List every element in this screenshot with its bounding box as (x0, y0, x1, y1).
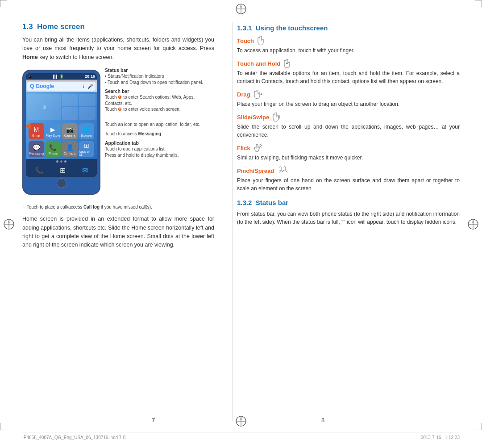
footer-date-time: 2013-7-16 1:12:23 (421, 435, 460, 440)
corner-mark-bl (0, 423, 7, 430)
annotation-status-bar-bullet2: • Touch and Drag down to open notificati… (105, 80, 214, 86)
nav-dot-2 (60, 160, 62, 163)
phone-apps-row-1: M Gmail ▶ Play Store 📷 Camera (27, 121, 96, 140)
phone-home-row (26, 177, 97, 189)
annotation-messaging-text: Touch to access Messaging (105, 131, 214, 137)
compass-top (234, 2, 248, 16)
status-bar-description: From status bar, you can view both phone… (237, 210, 460, 226)
gesture-slide-swipe: Slide/Swipe Slide the screen to scroll u… (237, 113, 460, 139)
nav-grid-btn: ⊞ (60, 166, 66, 175)
app-apps-on-st: ⊞ Apps on St. (79, 141, 95, 157)
app-browser: 🌐 Browser (79, 123, 95, 139)
corner-mark-tl (0, 0, 7, 7)
phone-apps-row-2: 💬 Messaging 📞 Phone 👤 Contacts (27, 140, 96, 158)
svg-point-16 (286, 63, 288, 64)
nav-dot-1 (56, 160, 58, 163)
phone-search-bar: Q Google ℹ 🎤 (27, 82, 96, 91)
compass-left (2, 217, 16, 231)
gesture-touch-hold-title: Touch and Hold (237, 59, 460, 68)
gesture-drag: Drag Place your finger on the screen to … (237, 90, 460, 108)
gesture-touch: Touch To access an application, touch it… (237, 36, 460, 54)
main-content: 1.3 Home screen You can bring all the it… (22, 22, 460, 421)
phone-status-icon: 📱 (28, 75, 32, 79)
gesture-pinch-spread-desc: Place your fingers of one hand on the sc… (237, 176, 460, 193)
gesture-flick-desc: Similar to swiping, but flicking makes i… (237, 154, 460, 162)
touch-icon (256, 36, 265, 45)
nav-call-btn: 📞 (35, 166, 44, 175)
nav-dot-3 (64, 160, 66, 163)
annotation-app-tab-bullet2: Press and hold to display thumbnails. (105, 152, 214, 159)
phone-signal-icons: ▌▌ 🔋 (53, 75, 64, 79)
app-gmail: M Gmail (29, 123, 44, 139)
app-contacts: 👤 Contacts (62, 141, 78, 157)
annotation-status-bar-title: Status bar (105, 67, 214, 73)
annotation-app-tab-bullet1: Touch to open applications list. (105, 146, 214, 152)
gesture-touch-title: Touch (237, 36, 460, 45)
home-screen-footer-text: Home screen is provided in an extended f… (22, 215, 214, 250)
drag-icon (253, 90, 262, 99)
phone-screen: 📱 ▌▌ 🔋 20:16 Q Google ℹ 🎤 (26, 73, 97, 177)
phone-home-button (57, 178, 66, 188)
app-phone: 📞 Phone (46, 141, 61, 157)
gesture-touch-desc: To access an application, touch it with … (237, 46, 460, 54)
annotation-search-bar: Search bar Touch ❶ to enter Search optio… (105, 88, 214, 113)
home-screen-intro: You can bring all the items (application… (22, 36, 214, 62)
phone-status-bar: 📱 ▌▌ 🔋 20:16 (26, 73, 97, 80)
annotation-app-tab-title: Application tab (105, 140, 214, 146)
gesture-pinch-spread-title: Pinch/Spread (237, 166, 460, 175)
gesture-pinch-spread: Pinch/Spread Place your fingers of one h… (237, 166, 460, 193)
gesture-slide-swipe-desc: Slide the screen to scroll up and down t… (237, 123, 460, 139)
section-title-status-bar: 1.3.2 Status bar (237, 199, 460, 206)
phone-nav-bar: 📞 ⊞ ✉ (26, 164, 97, 177)
annotation-search-bar-bullet2: Touch ❷ to enter voice search screen. (105, 106, 214, 113)
app-messaging: 💬 Messaging (29, 141, 44, 157)
annotation-search-bar-bullet1: Touch ❶ to enter Search options: Web, Ap… (105, 94, 214, 106)
flick-icon (253, 143, 263, 152)
annotation-status-bar-bullet1: • Status/Notification indicators (105, 73, 214, 80)
gesture-slide-swipe-title: Slide/Swipe (237, 113, 460, 121)
section-title-home-screen: 1.3 Home screen (22, 22, 214, 31)
gesture-flick-title: Flick (237, 143, 460, 152)
pinch-spread-icon (276, 166, 289, 175)
corner-mark-br (475, 423, 482, 430)
footer: IP4668_4007A_QG_Eng_USA_06_130716.indd 7… (22, 432, 460, 440)
gesture-flick: Flick Similar to swiping, but flicking m… (237, 143, 460, 162)
status-bar-section: 1.3.2 Status bar From status bar, you ca… (237, 199, 460, 226)
nav-msg-btn: ✉ (82, 166, 88, 175)
page-number-left: 7 (152, 417, 155, 423)
phone-time-display: 20:16 (85, 74, 95, 79)
app-camera: 📷 Camera (62, 123, 78, 139)
nav-dots (26, 159, 97, 164)
left-column: 1.3 Home screen You can bring all the it… (22, 22, 219, 421)
gesture-drag-title: Drag (237, 90, 460, 99)
gesture-drag-desc: Place your finger on the screen to drag … (237, 100, 460, 108)
footer-file: IP4668_4007A_QG_Eng_USA_06_130716.indd 7… (22, 435, 125, 440)
corner-mark-tr (475, 0, 482, 7)
annotation-app-tab: Application tab Touch to open applicatio… (105, 140, 214, 158)
app-play-store: ▶ Play Store (46, 123, 61, 139)
annotation-app-icon-text: Touch an icon to open an application, fo… (105, 121, 214, 128)
annotation-status-bar: Status bar • Status/Notification indicat… (105, 67, 214, 85)
section-title-touchscreen: 1.3.1 Using the touchscreen (237, 24, 460, 32)
gesture-touch-hold: Touch and Hold To enter the available op… (237, 59, 460, 85)
annotation-search-bar-title: Search bar (105, 88, 214, 94)
annotation-app-icon: Touch an icon to open an application, fo… (105, 121, 214, 128)
right-column: 1.3.1 Using the touchscreen Touch To acc… (232, 22, 460, 421)
page-number-right: 8 (321, 417, 324, 423)
gesture-touch-hold-desc: To enter the available options for an it… (237, 69, 460, 85)
annotation-messaging: Touch to access Messaging (105, 131, 214, 137)
slide-swipe-icon (271, 113, 282, 121)
compass-right (466, 217, 480, 231)
touch-hold-icon (283, 59, 291, 68)
phone-mockup: 📱 ▌▌ 🔋 20:16 Q Google ℹ 🎤 (22, 70, 100, 195)
annotation-call-log: └ Touch to place a call/access Call log … (22, 205, 214, 209)
